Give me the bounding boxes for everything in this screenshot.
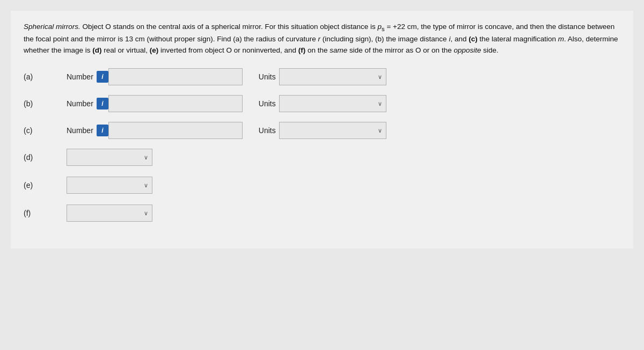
- row-a: (a) Number i Units cm m mm: [24, 68, 620, 85]
- row-b-units-label: Units: [259, 99, 276, 108]
- row-b-number-label: Number: [67, 99, 93, 108]
- rows-container: (a) Number i Units cm m mm (b) Number i …: [24, 68, 620, 232]
- row-f-dropdown[interactable]: same side opposite side: [67, 205, 152, 222]
- row-d-dropdown-wrapper: real virtual: [67, 149, 152, 166]
- row-b-units-select-wrapper: cm m mm: [279, 95, 386, 112]
- row-c-units-select[interactable]: unitless cm: [279, 122, 386, 139]
- row-e-dropdown[interactable]: inverted noninverted: [67, 177, 152, 194]
- row-b: (b) Number i Units cm m mm: [24, 95, 620, 112]
- row-c-units-label: Units: [259, 126, 276, 135]
- row-c: (c) Number i Units unitless cm: [24, 122, 620, 139]
- row-a-number-input[interactable]: [108, 68, 243, 85]
- row-b-units-select[interactable]: cm m mm: [279, 95, 386, 112]
- row-d-label: (d): [24, 153, 67, 162]
- row-f-label: (f): [24, 209, 67, 217]
- problem-text: Spherical mirrors. Object O stands on th…: [24, 21, 620, 56]
- main-container: Spherical mirrors. Object O stands on th…: [11, 11, 633, 249]
- row-a-number-label: Number: [67, 72, 93, 81]
- row-b-label: (b): [24, 99, 67, 108]
- row-c-info-icon[interactable]: i: [97, 125, 108, 136]
- row-e-dropdown-wrapper: inverted noninverted: [67, 177, 152, 194]
- row-f: (f) same side opposite side: [24, 205, 620, 222]
- row-a-units-select-wrapper: cm m mm: [279, 68, 386, 85]
- row-c-label: (c): [24, 126, 67, 135]
- row-c-number-input[interactable]: [108, 122, 243, 139]
- row-d-dropdown[interactable]: real virtual: [67, 149, 152, 166]
- row-b-number-input[interactable]: [108, 95, 243, 112]
- row-f-dropdown-wrapper: same side opposite side: [67, 205, 152, 222]
- row-a-info-icon[interactable]: i: [97, 71, 108, 83]
- row-a-units-select[interactable]: cm m mm: [279, 68, 386, 85]
- row-e-label: (e): [24, 181, 67, 189]
- row-a-units-label: Units: [259, 72, 276, 81]
- row-e: (e) inverted noninverted: [24, 177, 620, 194]
- row-d: (d) real virtual: [24, 149, 620, 166]
- row-c-units-select-wrapper: unitless cm: [279, 122, 386, 139]
- row-a-label: (a): [24, 72, 67, 81]
- row-b-info-icon[interactable]: i: [97, 98, 108, 110]
- row-c-number-label: Number: [67, 126, 93, 135]
